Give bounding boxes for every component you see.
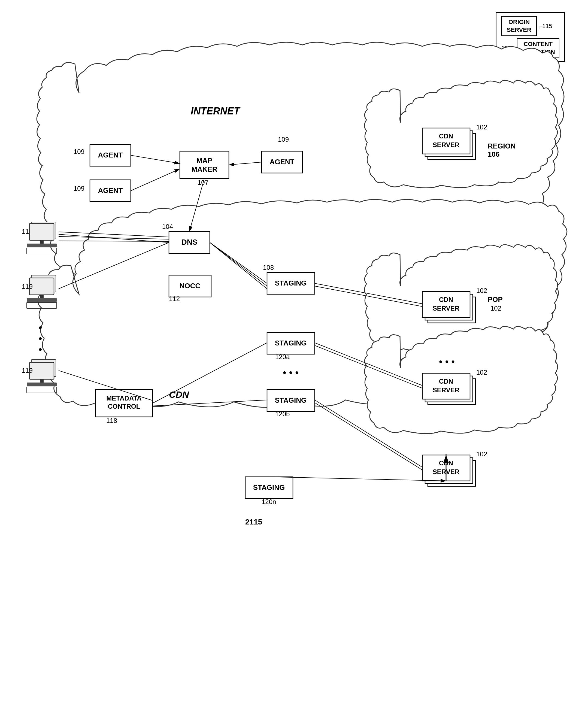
diagram-svg: INTERNET CDN AGENT AGENT 109 109 MAP MAK… — [0, 0, 588, 722]
cdn-server-mid1-label2: SERVER — [433, 386, 459, 394]
staging-n-label: STAGING — [253, 483, 285, 491]
ref-120b: 120b — [275, 410, 290, 418]
region-label: REGION — [488, 142, 516, 150]
fig-number: 2115 — [245, 518, 262, 526]
dots-computers3: • — [39, 344, 42, 355]
metadata-label2: CONTROL — [108, 403, 140, 410]
dots-computers: • — [39, 322, 42, 333]
cdn-server-pop-label1: CDN — [439, 296, 453, 303]
ref-104: 104 — [162, 223, 173, 230]
map-maker-box — [180, 151, 229, 178]
pop-label: POP — [488, 295, 503, 303]
computer1-stack1-cover — [29, 224, 54, 240]
cdn-server-mid1-label1: CDN — [439, 378, 453, 385]
computer3-stack1-cover — [29, 362, 54, 379]
dns-label: DNS — [181, 238, 197, 246]
staging-b-label: STAGING — [275, 396, 307, 404]
ref-109-2: 109 — [74, 185, 84, 192]
dots-cdn: • • • — [439, 356, 455, 367]
ref-118: 118 — [106, 417, 117, 424]
fig-num-label: 2115 — [245, 518, 262, 526]
agent1-label: AGENT — [98, 151, 123, 159]
agent2-label: AGENT — [98, 186, 123, 194]
cdn-server-region-label1: CDN — [439, 132, 453, 140]
computer2-stack1-cover — [29, 278, 54, 295]
ref-102-region: 102 — [476, 123, 487, 131]
ref-120n: 120n — [261, 498, 276, 505]
ref-120a: 120a — [275, 353, 290, 360]
agent3-label: AGENT — [270, 158, 295, 166]
dots-staging: • • • — [283, 367, 299, 378]
computer1-neck — [40, 240, 44, 243]
ref-102-mid1: 102 — [476, 369, 487, 376]
ref-109-1: 109 — [74, 148, 84, 155]
metadata-label1: METADATA — [106, 395, 142, 402]
line-stagingn-cdnmid2 — [269, 477, 446, 481]
staging-a-label: STAGING — [275, 339, 307, 347]
ref-102-pop: 102 — [476, 287, 487, 294]
dots-computers2: • — [39, 333, 42, 344]
cdn-label: CDN — [169, 389, 189, 400]
computer1-base — [27, 243, 57, 248]
ref-112: 112 — [169, 295, 180, 302]
nocc-label: NOCC — [180, 282, 201, 290]
computer3-keyboard — [27, 387, 57, 393]
region-num: 106 — [488, 150, 500, 158]
internet-label: INTERNET — [191, 105, 240, 116]
map-maker-label2: MAKER — [191, 165, 217, 173]
ref-102-mid2: 102 — [476, 450, 487, 458]
ref-108: 108 — [263, 264, 274, 271]
computer2-neck — [40, 295, 44, 298]
computer2-base — [27, 298, 57, 302]
cdn-server-pop-label2: SERVER — [433, 304, 459, 312]
ref-119-3: 119 — [22, 367, 33, 374]
computer3-neck — [40, 379, 44, 383]
computer3-base — [27, 383, 57, 386]
staging-108-label: STAGING — [275, 279, 307, 287]
cdn-server-region-label2: SERVER — [433, 141, 459, 148]
ref-109-3: 109 — [278, 136, 289, 143]
map-maker-label1: MAP — [196, 156, 212, 165]
ref-119-2: 119 — [22, 283, 33, 290]
page: ORIGIN SERVER 115 ⌐ 106 CONTENT MIGRATIO… — [0, 0, 588, 722]
ref-102-pop2: 102 — [490, 304, 501, 312]
